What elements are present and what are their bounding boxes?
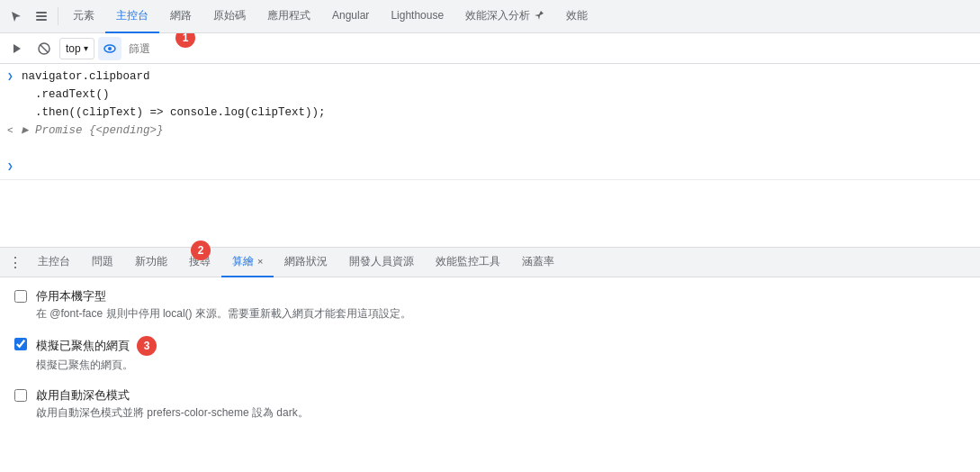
emulate-focus-checkbox[interactable]: [14, 338, 27, 350]
auto-dark-desc: 啟用自動深色模式並將 prefers-color-scheme 設為 dark。: [36, 405, 309, 421]
svg-rect-0: [36, 12, 47, 14]
emulate-focus-title: 模擬已聚焦的網頁: [36, 338, 130, 354]
console-line-3: ❯ .then((clipText) => console.log(clipTe…: [7, 104, 973, 122]
drawer-tab-console[interactable]: 主控台: [27, 247, 81, 277]
console-output: ❯ navigator.clipboard ❯ .readText() ❯ .t…: [0, 64, 980, 180]
console-arrow-right: ❯: [7, 69, 18, 86]
tab-performance[interactable]: 效能: [555, 0, 598, 33]
console-result: ▶ Promise {<pending>}: [22, 122, 164, 140]
console-section: top ▾ 1 ❯ navigato: [0, 33, 980, 247]
tab-network[interactable]: 網路: [159, 0, 202, 33]
emulate-focus-text: 模擬已聚焦的網頁 3 模擬已聚焦的網頁。: [36, 336, 157, 373]
main-area: top ▾ 1 ❯ navigato: [0, 33, 980, 472]
drawer-tab-coverage[interactable]: 涵蓋率: [511, 247, 565, 277]
tab-perf-insights[interactable]: 效能深入分析: [454, 0, 555, 33]
auto-dark-checkbox[interactable]: [14, 389, 27, 402]
cursor-icon[interactable]: [4, 4, 29, 29]
console-code-3: .then((clipText) => console.log(clipText…: [22, 104, 326, 122]
context-selector[interactable]: top ▾: [59, 38, 94, 59]
drawer-tab-performance-monitor[interactable]: 效能監控工具: [425, 247, 511, 277]
auto-dark-text: 啟用自動深色模式 啟用自動深色模式並將 prefers-color-scheme…: [36, 387, 309, 421]
drawer-tab-issues[interactable]: 問題: [81, 247, 124, 277]
setting-emulate-focus: 模擬已聚焦的網頁 3 模擬已聚焦的網頁。: [14, 336, 966, 373]
tab-application[interactable]: 應用程式: [256, 0, 321, 33]
console-arrow-left: <: [7, 123, 18, 140]
annotation-badge-3: 3: [137, 336, 157, 356]
chevron-down-icon: ▾: [84, 43, 88, 53]
filter-input[interactable]: [125, 42, 975, 55]
top-tab-bar: 元素 主控台 網路 原始碼 應用程式 Angular Lighthouse 效能…: [0, 0, 980, 33]
play-icon[interactable]: [5, 37, 29, 60]
tab-console[interactable]: 主控台: [105, 0, 159, 33]
stop-icon[interactable]: [32, 37, 56, 60]
drawer-tab-developer-resources[interactable]: 開發人員資源: [338, 247, 425, 277]
console-code-1: navigator.clipboard: [22, 68, 150, 86]
close-rendering-tab-icon[interactable]: ×: [257, 256, 263, 267]
layers-icon[interactable]: [29, 4, 54, 29]
emulate-focus-desc: 模擬已聚焦的網頁。: [36, 358, 157, 373]
console-empty-line: [7, 140, 973, 158]
svg-point-7: [108, 47, 112, 50]
console-line-1: ❯ navigator.clipboard: [7, 68, 973, 86]
console-code-2: .readText(): [22, 86, 110, 104]
drawer-section: ⋮ 2 主控台 問題 新功能 搜尋 算繪 × 網路狀況 開發人員資源 效能監控工…: [0, 247, 980, 472]
setting-auto-dark: 啟用自動深色模式 啟用自動深色模式並將 prefers-color-scheme…: [14, 387, 966, 421]
devtools-window: 元素 主控台 網路 原始碼 應用程式 Angular Lighthouse 效能…: [0, 0, 980, 472]
drawer-menu-icon[interactable]: ⋮: [4, 250, 27, 274]
drawer-tab-whats-new[interactable]: 新功能: [124, 247, 178, 277]
tab-divider: [58, 7, 58, 25]
run-icon: [11, 42, 23, 55]
svg-marker-3: [13, 44, 21, 53]
svg-rect-2: [36, 19, 47, 21]
drawer-tab-rendering[interactable]: 算繪 ×: [221, 247, 274, 277]
drawer-tab-network-conditions[interactable]: 網路狀況: [274, 247, 338, 277]
drawer-tab-search[interactable]: 搜尋: [178, 247, 221, 277]
disable-font-text: 停用本機字型 在 @font-face 規則中停用 local() 來源。需要重…: [36, 288, 411, 322]
console-line-5: ❯: [7, 158, 973, 176]
disable-font-title: 停用本機字型: [36, 288, 411, 304]
eye-icon[interactable]: [98, 37, 121, 60]
tab-sources[interactable]: 原始碼: [202, 0, 256, 33]
emulate-focus-title-row: 模擬已聚焦的網頁 3: [36, 336, 157, 356]
drawer-content: 停用本機字型 在 @font-face 規則中停用 local() 來源。需要重…: [0, 277, 980, 472]
pin-icon: [534, 10, 544, 21]
drawer-tab-bar: ⋮ 2 主控台 問題 新功能 搜尋 算繪 × 網路狀況 開發人員資源 效能監控工…: [0, 247, 980, 277]
auto-dark-title: 啟用自動深色模式: [36, 387, 309, 404]
disable-font-checkbox[interactable]: [14, 290, 27, 303]
context-value: top: [66, 42, 81, 55]
console-toolbar: top ▾ 1: [0, 33, 980, 64]
console-line-2: ❯ .readText(): [7, 86, 973, 104]
setting-disable-font: 停用本機字型 在 @font-face 規則中停用 local() 來源。需要重…: [14, 288, 966, 322]
svg-line-5: [40, 45, 48, 52]
svg-rect-1: [36, 15, 47, 17]
tab-elements[interactable]: 元素: [62, 0, 105, 33]
console-arrow-right-2: ❯: [7, 159, 18, 176]
disable-font-desc: 在 @font-face 規則中停用 local() 來源。需要重新載入網頁才能…: [36, 306, 411, 322]
console-line-4: < ▶ Promise {<pending>}: [7, 122, 973, 140]
tab-lighthouse[interactable]: Lighthouse: [380, 0, 454, 33]
tab-angular[interactable]: Angular: [321, 0, 380, 33]
